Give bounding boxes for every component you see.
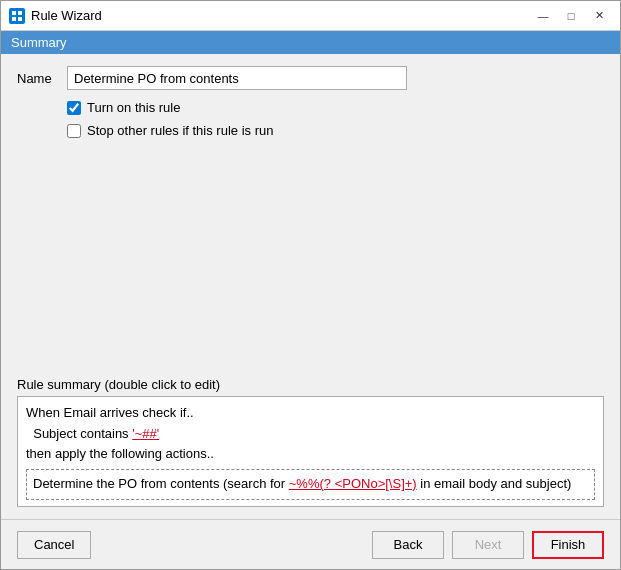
rule-summary-box[interactable]: When Email arrives check if.. Subject co… — [17, 396, 604, 507]
rule-action-prefix: Determine the PO from contents (search f… — [33, 476, 289, 491]
name-label: Name — [17, 71, 57, 86]
stop-other-rules-label[interactable]: Stop other rules if this rule is run — [87, 123, 273, 138]
rule-subject-text: Subject contains — [26, 426, 132, 441]
rule-subject-link[interactable]: '~##' — [132, 426, 159, 441]
title-bar: Rule Wizard — □ ✕ — [1, 1, 620, 31]
app-icon — [9, 8, 25, 24]
finish-button[interactable]: Finish — [532, 531, 604, 559]
back-button[interactable]: Back — [372, 531, 444, 559]
cancel-button[interactable]: Cancel — [17, 531, 91, 559]
turn-on-rule-row: Turn on this rule — [67, 100, 604, 115]
checkboxes-group: Turn on this rule Stop other rules if th… — [17, 100, 604, 138]
rule-action-suffix: in email body and subject) — [417, 476, 572, 491]
close-button[interactable]: ✕ — [586, 6, 612, 26]
rule-action-link[interactable]: ~%%(? <PONo>[\S]+) — [289, 476, 417, 491]
rule-summary-label: Rule summary (double click to edit) — [17, 377, 604, 392]
rule-line-3: then apply the following actions.. — [26, 444, 595, 465]
content-area: Name Turn on this rule Stop other rules … — [1, 54, 620, 519]
right-buttons: Back Next Finish — [372, 531, 604, 559]
button-bar: Cancel Back Next Finish — [1, 519, 620, 569]
turn-on-rule-label[interactable]: Turn on this rule — [87, 100, 180, 115]
next-button[interactable]: Next — [452, 531, 524, 559]
turn-on-rule-checkbox[interactable] — [67, 101, 81, 115]
svg-rect-3 — [18, 17, 22, 21]
maximize-button[interactable]: □ — [558, 6, 584, 26]
name-row: Name — [17, 66, 604, 90]
stop-other-rules-row: Stop other rules if this rule is run — [67, 123, 604, 138]
rule-line-2: Subject contains '~##' — [26, 424, 595, 445]
rule-then-text: then apply the following actions.. — [26, 446, 214, 461]
minimize-button[interactable]: — — [530, 6, 556, 26]
rule-line-1: When Email arrives check if.. — [26, 403, 595, 424]
svg-rect-0 — [12, 11, 16, 15]
name-input[interactable] — [67, 66, 407, 90]
svg-rect-1 — [18, 11, 22, 15]
rule-when-text: When Email arrives check if.. — [26, 405, 194, 420]
stop-other-rules-checkbox[interactable] — [67, 124, 81, 138]
rule-action-line[interactable]: Determine the PO from contents (search f… — [26, 469, 595, 500]
rule-wizard-window: Rule Wizard — □ ✕ Summary Name Turn on t… — [0, 0, 621, 570]
rule-summary-section: Rule summary (double click to edit) When… — [17, 377, 604, 507]
section-header: Summary — [1, 31, 620, 54]
window-controls: — □ ✕ — [530, 6, 612, 26]
left-buttons: Cancel — [17, 531, 91, 559]
window-title: Rule Wizard — [31, 8, 530, 23]
svg-rect-2 — [12, 17, 16, 21]
